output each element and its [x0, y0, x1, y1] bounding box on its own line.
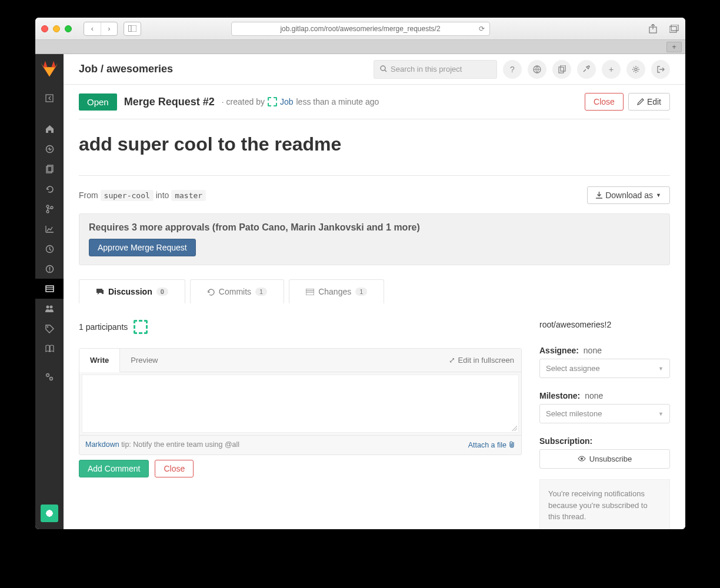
history-icon[interactable] — [35, 179, 64, 199]
tabs-icon[interactable] — [669, 24, 679, 34]
paperclip-icon — [509, 440, 515, 450]
discussion-icon — [96, 288, 104, 296]
approval-box: Requires 3 more approvals (from Pato Can… — [79, 213, 670, 265]
author-link[interactable]: Job — [280, 97, 294, 106]
files-icon[interactable] — [35, 159, 64, 179]
caret-down-icon: ▼ — [656, 192, 661, 198]
mr-reference: root/awesomeries!2 — [539, 320, 670, 329]
participant-avatar-icon[interactable] — [134, 320, 148, 334]
assignee-select[interactable]: Select assignee ▼ — [539, 359, 670, 378]
maximize-window-icon[interactable] — [65, 25, 72, 32]
labels-icon[interactable] — [35, 319, 64, 339]
branch-icon[interactable] — [35, 199, 64, 219]
changes-count: 1 — [355, 288, 367, 296]
issues-icon[interactable] — [35, 259, 64, 279]
merge-requests-icon[interactable] — [35, 279, 64, 299]
svg-rect-5 — [46, 95, 53, 102]
topbar: Job / awesomeries ? + — [64, 54, 685, 85]
tab-discussion[interactable]: Discussion 0 — [79, 279, 185, 303]
window-controls — [41, 25, 72, 32]
address-bar[interactable]: job.gitlap.com/root/awesomeries/merge_re… — [231, 22, 490, 36]
tab-commits[interactable]: Commits 1 — [190, 279, 284, 303]
explore-icon[interactable] — [528, 60, 546, 79]
refresh-icon[interactable]: ⟳ — [479, 25, 485, 33]
svg-point-9 — [46, 205, 49, 208]
admin-icon[interactable] — [577, 60, 596, 79]
browser-titlebar: ‹ › job.gitlap.com/root/awesomeries/merg… — [35, 18, 685, 40]
branch-info: From super-cool into master — [79, 191, 206, 200]
share-icon[interactable] — [648, 24, 658, 34]
svg-rect-1 — [128, 25, 131, 32]
edit-button[interactable]: Edit — [628, 93, 670, 111]
logout-icon[interactable] — [651, 60, 670, 79]
browser-tab-strip: + — [35, 40, 685, 54]
collapse-icon[interactable] — [35, 88, 64, 108]
mr-sidebar: root/awesomeries!2 Assignee: none Select… — [539, 320, 670, 529]
comment-textarea[interactable] — [82, 375, 518, 430]
commits-count: 1 — [255, 288, 267, 296]
download-icon — [596, 192, 602, 199]
milestone-label: Milestone: none — [539, 391, 670, 400]
help-icon[interactable]: ? — [503, 60, 522, 79]
markdown-link[interactable]: Markdown — [85, 440, 119, 449]
svg-rect-0 — [128, 25, 136, 32]
unsubscribe-button[interactable]: Unsubscribe — [539, 449, 670, 469]
home-icon[interactable] — [35, 119, 64, 139]
project-search[interactable] — [374, 60, 497, 79]
expand-icon: ⤢ — [449, 356, 455, 365]
sidebar-toggle-icon[interactable] — [124, 22, 141, 35]
copy-icon[interactable] — [552, 60, 571, 79]
notification-note: You're receiving notifications because y… — [539, 479, 670, 529]
svg-point-22 — [47, 375, 48, 375]
graph-icon[interactable] — [35, 219, 64, 239]
gear-icon[interactable] — [626, 60, 645, 79]
tab-changes[interactable]: Changes 1 — [289, 279, 384, 303]
svg-rect-4 — [671, 25, 678, 31]
add-comment-button[interactable]: Add Comment — [79, 460, 149, 477]
settings-icon[interactable] — [35, 367, 64, 387]
close-mr-button[interactable]: Close — [155, 460, 194, 477]
changes-icon — [306, 289, 314, 295]
members-icon[interactable] — [35, 299, 64, 319]
author-avatar-icon — [268, 97, 277, 106]
discussion-count: 0 — [156, 288, 168, 296]
download-button[interactable]: Download as ▼ — [587, 186, 670, 204]
forward-button[interactable]: › — [101, 22, 117, 35]
svg-point-18 — [50, 306, 53, 309]
attach-file-link[interactable]: Attach a file — [468, 440, 515, 450]
url-text: job.gitlap.com/root/awesomeries/merge_re… — [280, 25, 440, 33]
activity-icon[interactable] — [35, 139, 64, 159]
svg-point-24 — [381, 66, 385, 71]
svg-rect-16 — [46, 286, 54, 292]
fullscreen-link[interactable]: ⤢ Edit in fullscreen — [449, 356, 514, 365]
resize-handle-icon[interactable] — [511, 425, 517, 431]
eye-icon — [578, 455, 586, 463]
preview-tab[interactable]: Preview — [120, 349, 168, 372]
user-avatar[interactable] — [41, 505, 58, 522]
gitlab-logo-icon[interactable] — [40, 59, 59, 78]
divider — [79, 175, 670, 176]
milestone-select[interactable]: Select milestone ▼ — [539, 404, 670, 423]
approve-button[interactable]: Approve Merge Request — [89, 239, 196, 256]
comment-box: Write Preview ⤢ Edit in fullscreen — [79, 348, 522, 455]
browser-window: ‹ › job.gitlap.com/root/awesomeries/merg… — [35, 18, 685, 529]
source-branch[interactable]: super-cool — [101, 190, 154, 201]
markdown-tip: Markdown tip: Notify the entire team usi… — [85, 440, 239, 450]
minimize-window-icon[interactable] — [53, 25, 60, 32]
back-button[interactable]: ‹ — [84, 22, 101, 35]
browser-nav: ‹ › — [84, 22, 141, 36]
target-branch[interactable]: master — [171, 190, 206, 201]
milestones-icon[interactable] — [35, 239, 64, 259]
breadcrumb[interactable]: Job / awesomeries — [79, 63, 173, 75]
write-tab[interactable]: Write — [79, 349, 120, 372]
close-button[interactable]: Close — [585, 93, 624, 111]
search-input[interactable] — [391, 65, 491, 74]
subscription-label: Subscription: — [539, 436, 670, 446]
close-window-icon[interactable] — [41, 25, 48, 32]
wiki-icon[interactable] — [35, 339, 64, 359]
mr-tabs: Discussion 0 Commits 1 Changes 1 — [79, 279, 670, 303]
svg-rect-27 — [561, 65, 565, 71]
new-icon[interactable]: + — [602, 60, 621, 79]
svg-point-19 — [46, 326, 48, 327]
new-tab-button[interactable]: + — [666, 42, 682, 52]
